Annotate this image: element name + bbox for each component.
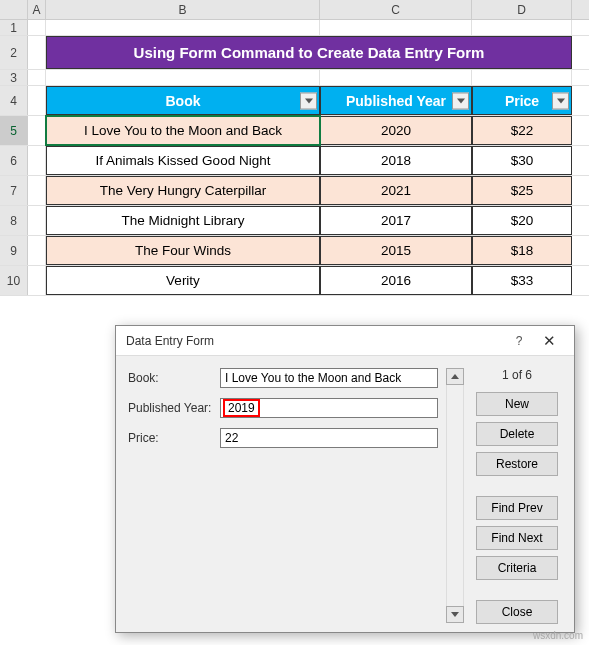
- row-header-3[interactable]: 3: [0, 70, 28, 85]
- cell-D10[interactable]: $33: [472, 266, 572, 295]
- row-header-7[interactable]: 7: [0, 176, 28, 205]
- table-header-book: Book: [46, 86, 320, 115]
- header-label: Price: [505, 93, 539, 109]
- cell-D7[interactable]: $25: [472, 176, 572, 205]
- table-header-price: Price: [472, 86, 572, 115]
- row-header-2[interactable]: 2: [0, 36, 28, 69]
- row-8: 8 The Midnight Library 2017 $20: [0, 206, 589, 236]
- close-icon[interactable]: ✕: [534, 332, 564, 350]
- cell-D9[interactable]: $18: [472, 236, 572, 265]
- cell-B5[interactable]: I Love You to the Moon and Back: [46, 116, 320, 145]
- col-header-C[interactable]: C: [320, 0, 472, 19]
- row-1: 1: [0, 20, 589, 36]
- row-5: 5 I Love You to the Moon and Back 2020 $…: [0, 116, 589, 146]
- price-input[interactable]: [220, 428, 438, 448]
- row-header-1[interactable]: 1: [0, 20, 28, 35]
- row-10: 10 Verity 2016 $33: [0, 266, 589, 296]
- cell-D6[interactable]: $30: [472, 146, 572, 175]
- col-header-A[interactable]: A: [28, 0, 46, 19]
- cell-B9[interactable]: The Four Winds: [46, 236, 320, 265]
- col-header-B[interactable]: B: [46, 0, 320, 19]
- year-label: Published Year:: [128, 401, 220, 415]
- cell-D8[interactable]: $20: [472, 206, 572, 235]
- year-input[interactable]: 2019: [220, 398, 438, 418]
- page-title: Using Form Command to Create Data Entry …: [46, 36, 572, 69]
- cell-C7[interactable]: 2021: [320, 176, 472, 205]
- cell-D5[interactable]: $22: [472, 116, 572, 145]
- book-label: Book:: [128, 371, 220, 385]
- dialog-button-column: 1 of 6 New Delete Restore Find Prev Find…: [472, 368, 562, 624]
- watermark: wsxdn.com: [533, 630, 583, 641]
- column-headers: A B C D: [0, 0, 589, 20]
- dialog-title: Data Entry Form: [126, 334, 504, 348]
- scroll-up-icon[interactable]: [446, 368, 464, 385]
- row-header-9[interactable]: 9: [0, 236, 28, 265]
- cell-B7[interactable]: The Very Hungry Caterpillar: [46, 176, 320, 205]
- row-header-4[interactable]: 4: [0, 86, 28, 115]
- cell-B10[interactable]: Verity: [46, 266, 320, 295]
- header-label: Published Year: [346, 93, 446, 109]
- criteria-button[interactable]: Criteria: [476, 556, 558, 580]
- row-header-8[interactable]: 8: [0, 206, 28, 235]
- data-entry-form-dialog: Data Entry Form ? ✕ Book: Published Year…: [115, 325, 575, 633]
- row-header-6[interactable]: 6: [0, 146, 28, 175]
- scroll-track[interactable]: [446, 385, 464, 606]
- close-button[interactable]: Close: [476, 600, 558, 624]
- filter-button-book[interactable]: [300, 92, 317, 109]
- price-label: Price:: [128, 431, 220, 445]
- delete-button[interactable]: Delete: [476, 422, 558, 446]
- new-button[interactable]: New: [476, 392, 558, 416]
- record-scrollbar[interactable]: [446, 368, 464, 623]
- select-all-corner[interactable]: [0, 0, 28, 19]
- cell-C10[interactable]: 2016: [320, 266, 472, 295]
- row-6: 6 If Animals Kissed Good Night 2018 $30: [0, 146, 589, 176]
- cell-B8[interactable]: The Midnight Library: [46, 206, 320, 235]
- spreadsheet-grid: A B C D 1 2 Using Form Command to Create…: [0, 0, 589, 296]
- row-4: 4 Book Published Year Price: [0, 86, 589, 116]
- form-fields: Book: Published Year: 2019 Price:: [128, 368, 438, 624]
- filter-button-price[interactable]: [552, 92, 569, 109]
- row-header-10[interactable]: 10: [0, 266, 28, 295]
- year-input-highlight: 2019: [223, 399, 260, 417]
- book-input[interactable]: [220, 368, 438, 388]
- find-prev-button[interactable]: Find Prev: [476, 496, 558, 520]
- col-header-D[interactable]: D: [472, 0, 572, 19]
- cell-B6[interactable]: If Animals Kissed Good Night: [46, 146, 320, 175]
- scroll-down-icon[interactable]: [446, 606, 464, 623]
- record-counter: 1 of 6: [502, 368, 532, 382]
- dialog-titlebar[interactable]: Data Entry Form ? ✕: [116, 326, 574, 356]
- restore-button[interactable]: Restore: [476, 452, 558, 476]
- cell-C5[interactable]: 2020: [320, 116, 472, 145]
- row-9: 9 The Four Winds 2015 $18: [0, 236, 589, 266]
- cell-C8[interactable]: 2017: [320, 206, 472, 235]
- row-3: 3: [0, 70, 589, 86]
- row-2: 2 Using Form Command to Create Data Entr…: [0, 36, 589, 70]
- filter-button-year[interactable]: [452, 92, 469, 109]
- header-label: Book: [166, 93, 201, 109]
- help-button[interactable]: ?: [504, 334, 534, 348]
- cell-C6[interactable]: 2018: [320, 146, 472, 175]
- table-header-year: Published Year: [320, 86, 472, 115]
- row-header-5[interactable]: 5: [0, 116, 28, 145]
- find-next-button[interactable]: Find Next: [476, 526, 558, 550]
- cell-C9[interactable]: 2015: [320, 236, 472, 265]
- row-7: 7 The Very Hungry Caterpillar 2021 $25: [0, 176, 589, 206]
